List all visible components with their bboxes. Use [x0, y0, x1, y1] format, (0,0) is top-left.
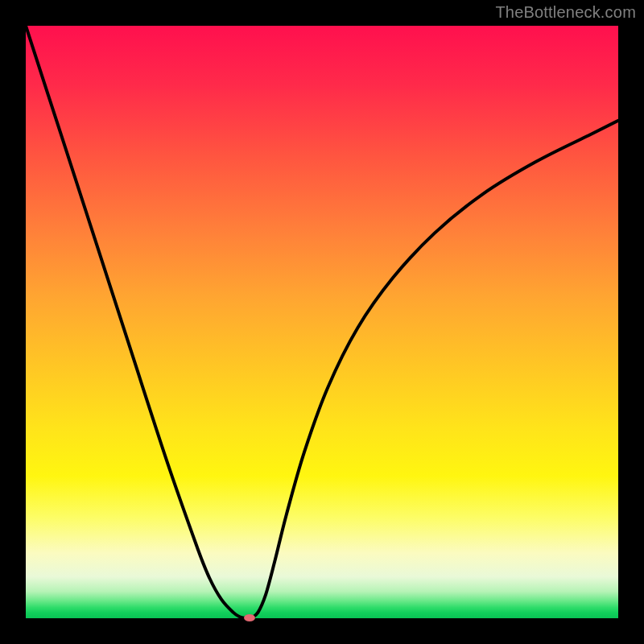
optimum-marker [244, 614, 255, 621]
watermark-text: TheBottleneck.com [495, 3, 636, 22]
plot-area [26, 26, 618, 618]
bottleneck-curve [26, 26, 618, 618]
canvas-wrap: TheBottleneck.com [0, 0, 644, 644]
curve-path [26, 26, 618, 618]
